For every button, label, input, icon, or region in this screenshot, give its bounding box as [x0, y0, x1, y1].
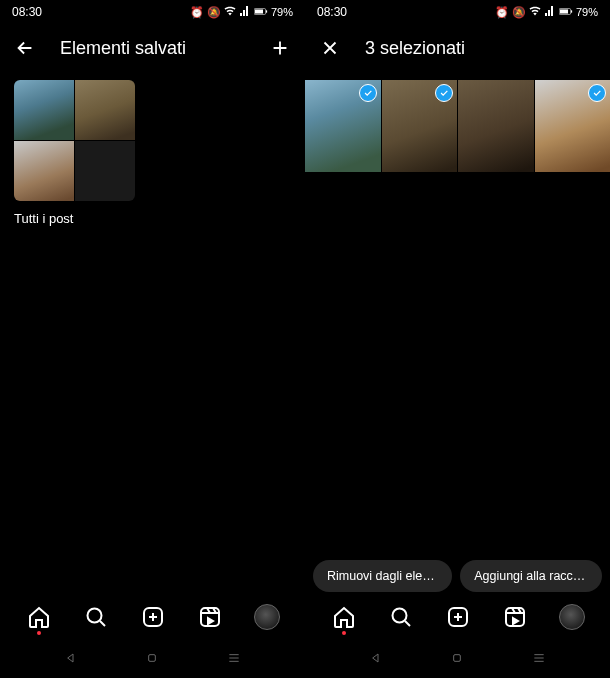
- selected-check-icon: [359, 84, 377, 102]
- bottom-nav: [305, 592, 610, 642]
- signal-icon: [544, 5, 556, 19]
- alarm-icon: ⏰: [495, 6, 509, 19]
- alarm-icon: ⏰: [190, 6, 204, 19]
- reels-icon[interactable]: [502, 604, 528, 630]
- status-bar: 08:30 ⏰ 🔕 79%: [305, 0, 610, 24]
- status-time: 08:30: [12, 5, 42, 19]
- remove-from-saved-button[interactable]: Rimuovi dagli elem…: [313, 560, 452, 592]
- dnd-icon: 🔕: [207, 6, 221, 19]
- selected-check-icon: [435, 84, 453, 102]
- plus-icon[interactable]: [269, 37, 291, 59]
- selection-count-title: 3 selezionati: [365, 38, 596, 59]
- bottom-nav: [0, 592, 305, 642]
- selected-check-icon: [588, 84, 606, 102]
- saved-items-screen: 08:30 ⏰ 🔕 79% Elementi salvati: [0, 0, 305, 678]
- svg-rect-13: [454, 655, 461, 662]
- android-home-icon[interactable]: [144, 650, 160, 670]
- status-bar: 08:30 ⏰ 🔕 79%: [0, 0, 305, 24]
- android-recent-icon[interactable]: [226, 650, 242, 670]
- new-post-icon[interactable]: [140, 604, 166, 630]
- android-back-icon[interactable]: [63, 650, 79, 670]
- search-icon[interactable]: [83, 604, 109, 630]
- signal-icon: [239, 5, 251, 19]
- svg-rect-9: [571, 10, 572, 12]
- header: Elementi salvati: [0, 24, 305, 72]
- reels-icon[interactable]: [197, 604, 223, 630]
- collection-label: Tutti i post: [14, 211, 305, 226]
- battery-percent: 79%: [271, 6, 293, 18]
- page-title: Elementi salvati: [60, 38, 245, 59]
- svg-rect-6: [149, 655, 156, 662]
- close-icon[interactable]: [319, 37, 341, 59]
- collection-thumb: [75, 141, 135, 201]
- profile-avatar[interactable]: [254, 604, 280, 630]
- collection-all-posts[interactable]: [14, 80, 135, 201]
- notification-dot: [342, 631, 346, 635]
- android-recent-icon[interactable]: [531, 650, 547, 670]
- post-thumb[interactable]: [382, 80, 458, 172]
- selection-screen: 08:30 ⏰ 🔕 79% 3 selezionati: [305, 0, 610, 678]
- post-thumb[interactable]: [458, 80, 534, 172]
- notification-dot: [37, 631, 41, 635]
- collection-thumb: [75, 80, 135, 140]
- action-bar: Rimuovi dagli elem… Aggiungi alla raccol…: [305, 560, 610, 592]
- status-time: 08:30: [317, 5, 347, 19]
- post-thumb[interactable]: [305, 80, 381, 172]
- new-post-icon[interactable]: [445, 604, 471, 630]
- back-arrow-icon[interactable]: [14, 37, 36, 59]
- home-icon[interactable]: [331, 604, 357, 630]
- android-back-icon[interactable]: [368, 650, 384, 670]
- svg-rect-8: [560, 9, 568, 13]
- system-nav: [305, 642, 610, 678]
- svg-rect-1: [255, 9, 263, 13]
- content: Tutti i post: [0, 72, 305, 678]
- svg-rect-2: [266, 10, 267, 12]
- wifi-icon: [529, 5, 541, 19]
- collection-thumb: [14, 141, 74, 201]
- search-icon[interactable]: [388, 604, 414, 630]
- wifi-icon: [224, 5, 236, 19]
- post-thumb[interactable]: [535, 80, 611, 172]
- home-icon[interactable]: [26, 604, 52, 630]
- battery-icon: [254, 6, 268, 18]
- status-icons: ⏰ 🔕 79%: [190, 5, 293, 19]
- svg-point-10: [392, 609, 406, 623]
- android-home-icon[interactable]: [449, 650, 465, 670]
- selection-row: [305, 80, 610, 172]
- profile-avatar[interactable]: [559, 604, 585, 630]
- dnd-icon: 🔕: [512, 6, 526, 19]
- system-nav: [0, 642, 305, 678]
- header: 3 selezionati: [305, 24, 610, 72]
- battery-icon: [559, 6, 573, 18]
- status-icons: ⏰ 🔕 79%: [495, 5, 598, 19]
- svg-point-3: [87, 609, 101, 623]
- battery-percent: 79%: [576, 6, 598, 18]
- collection-thumb: [14, 80, 74, 140]
- add-to-collection-button[interactable]: Aggiungi alla raccol…: [460, 560, 602, 592]
